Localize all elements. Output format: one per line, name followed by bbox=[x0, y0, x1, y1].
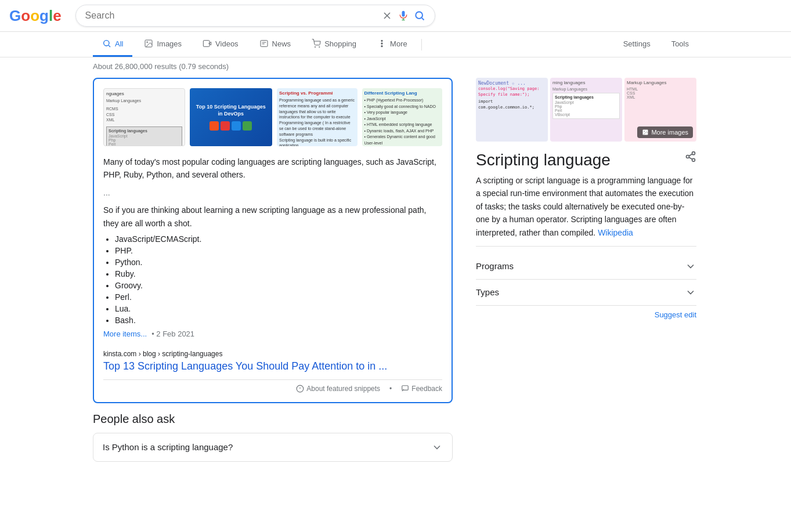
kp-description: A scripting or script language is a prog… bbox=[476, 174, 696, 239]
videos-icon bbox=[203, 39, 212, 48]
tab-all[interactable]: All bbox=[93, 32, 132, 57]
list-item: Python. bbox=[115, 258, 442, 267]
logo-o1: o bbox=[21, 7, 30, 24]
logo-e: e bbox=[53, 7, 61, 24]
svg-rect-24 bbox=[402, 386, 409, 390]
tab-more[interactable]: More bbox=[368, 32, 417, 57]
more-items-link[interactable]: More items... bbox=[103, 330, 147, 338]
svg-line-6 bbox=[421, 18, 424, 20]
svg-point-20 bbox=[381, 46, 382, 47]
snippet-date: • 2 Feb 2021 bbox=[151, 330, 194, 338]
tab-shopping-label: Shopping bbox=[324, 39, 356, 48]
svg-rect-13 bbox=[261, 41, 268, 47]
kp-header: Scripting language bbox=[476, 151, 696, 169]
feedback-label: Feedback bbox=[411, 385, 442, 393]
svg-point-27 bbox=[644, 131, 645, 132]
clear-search-button[interactable] bbox=[381, 10, 393, 21]
logo-g: G bbox=[9, 7, 21, 24]
tab-videos[interactable]: Videos bbox=[193, 32, 248, 57]
snippet-image-3[interactable]: Scripting vs. Programmi Programming lang… bbox=[277, 88, 357, 146]
svg-point-5 bbox=[416, 12, 422, 19]
more-images-label: More images bbox=[651, 129, 688, 136]
kp-programs-expandable[interactable]: Programs bbox=[476, 254, 696, 280]
about-featured-snippets[interactable]: About featured snippets bbox=[296, 385, 380, 393]
chevron-down-icon bbox=[685, 287, 696, 298]
snippet-images: nguages Markup Languages RCMS CSS XML Sc… bbox=[103, 88, 442, 146]
search-bar: scripting languages bbox=[75, 5, 435, 27]
svg-line-32 bbox=[689, 154, 692, 155]
kp-image-1[interactable]: NewDocument ☆ ... console.log("Saving pa… bbox=[476, 78, 548, 142]
image-icon bbox=[642, 129, 649, 136]
suggest-edit[interactable]: Suggest edit bbox=[476, 306, 696, 324]
more-images-button[interactable]: More images bbox=[637, 126, 693, 138]
snippet-source: kinsta.com › blog › scripting-languages … bbox=[103, 345, 442, 379]
kp-types-expandable[interactable]: Types bbox=[476, 280, 696, 306]
featured-snippet: nguages Markup Languages RCMS CSS XML Sc… bbox=[93, 78, 453, 403]
svg-point-19 bbox=[381, 43, 382, 44]
svg-point-16 bbox=[315, 46, 315, 47]
tab-news[interactable]: News bbox=[250, 32, 301, 57]
people-also-ask: People also ask Is Python is a scripting… bbox=[93, 412, 453, 462]
tab-news-label: News bbox=[272, 39, 291, 48]
kp-image-last[interactable]: Markup Languages HTMLCSSXML More images bbox=[624, 78, 696, 142]
kp-image-2[interactable]: ming languages Markup Languages Scriptin… bbox=[550, 78, 622, 142]
tab-all-label: All bbox=[115, 39, 123, 48]
nav-separator bbox=[421, 39, 422, 50]
left-column: nguages Markup Languages RCMS CSS XML Sc… bbox=[93, 73, 453, 464]
kp-divider bbox=[476, 246, 696, 247]
svg-point-28 bbox=[692, 152, 695, 155]
images-icon bbox=[144, 39, 153, 48]
paa-item-1[interactable]: Is Python is a scripting language? bbox=[93, 433, 453, 462]
snippet-title-link[interactable]: Top 13 Scripting Languages You Should Pa… bbox=[103, 360, 442, 372]
tab-images[interactable]: Images bbox=[135, 32, 191, 57]
more-icon bbox=[377, 39, 387, 48]
svg-point-17 bbox=[319, 46, 320, 47]
paa-title: People also ask bbox=[93, 412, 453, 426]
kp-images: NewDocument ☆ ... console.log("Saving pa… bbox=[476, 78, 696, 142]
feedback-icon bbox=[401, 385, 409, 393]
snippet-text: Many of today's most popular coding lang… bbox=[103, 155, 442, 230]
svg-rect-2 bbox=[402, 11, 404, 17]
shopping-icon bbox=[312, 39, 321, 48]
svg-point-18 bbox=[381, 40, 382, 41]
nav-right: Settings Tools bbox=[614, 32, 698, 57]
search-input[interactable]: scripting languages bbox=[85, 10, 377, 21]
settings-label: Settings bbox=[623, 39, 651, 48]
svg-point-29 bbox=[687, 155, 689, 158]
settings-button[interactable]: Settings bbox=[614, 32, 660, 57]
list-item: Ruby. bbox=[115, 269, 442, 278]
tab-videos-label: Videos bbox=[215, 39, 239, 48]
list-item: Bash. bbox=[115, 316, 442, 325]
snippet-image-4[interactable]: Different Scripting Lang • PHP (Hypertex… bbox=[362, 88, 443, 146]
tab-shopping[interactable]: Shopping bbox=[302, 32, 366, 57]
google-logo[interactable]: Google bbox=[9, 7, 62, 25]
voice-search-button[interactable] bbox=[398, 10, 409, 21]
tools-button[interactable]: Tools bbox=[662, 32, 698, 57]
snippet-breadcrumb: kinsta.com › blog › scripting-languages bbox=[103, 350, 442, 358]
chevron-down-icon bbox=[431, 441, 443, 453]
snippet-list: JavaScript/ECMAScript. PHP. Python. Ruby… bbox=[115, 234, 442, 325]
list-item: JavaScript/ECMAScript. bbox=[115, 234, 442, 244]
snippet-more-items: More items... • 2 Feb 2021 bbox=[103, 330, 442, 338]
list-item: PHP. bbox=[115, 246, 442, 255]
svg-marker-12 bbox=[209, 42, 211, 45]
list-item: Lua. bbox=[115, 304, 442, 313]
share-icon bbox=[685, 151, 696, 162]
kp-title: Scripting language bbox=[476, 151, 611, 169]
snippet-image-1[interactable]: nguages Markup Languages RCMS CSS XML Sc… bbox=[103, 88, 185, 146]
chevron-down-icon bbox=[685, 260, 696, 272]
share-button[interactable] bbox=[685, 151, 696, 164]
search-button[interactable] bbox=[414, 10, 425, 21]
feedback-button[interactable]: Feedback bbox=[401, 385, 442, 393]
types-label: Types bbox=[476, 287, 499, 297]
list-item: Perl. bbox=[115, 292, 442, 302]
list-item: Groovy. bbox=[115, 281, 442, 290]
svg-point-10 bbox=[147, 42, 148, 43]
svg-line-8 bbox=[109, 45, 110, 47]
header: Google scripting languages bbox=[0, 0, 791, 32]
tab-images-label: Images bbox=[157, 39, 182, 48]
wikipedia-link[interactable]: Wikipedia bbox=[598, 228, 633, 237]
programs-label: Programs bbox=[476, 261, 514, 271]
snippet-image-2[interactable]: Top 10 Scripting Languagesin DevOps bbox=[190, 88, 273, 146]
main-layout: nguages Markup Languages RCMS CSS XML Sc… bbox=[0, 73, 791, 464]
